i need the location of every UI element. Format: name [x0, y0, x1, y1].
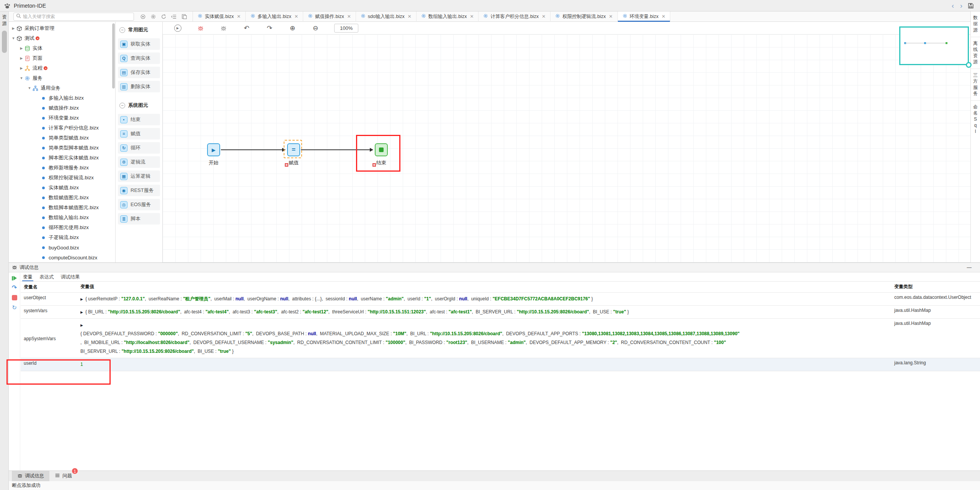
tree-item[interactable]: 数组输入输出.bizx	[9, 213, 115, 223]
collapse-icon[interactable]: −	[119, 27, 125, 33]
zoom-in-icon[interactable]: ⊕	[288, 24, 297, 32]
palette-item[interactable]: ▣ 获取实体	[118, 38, 160, 50]
palette-item[interactable]: ◉ REST服务	[118, 185, 160, 196]
debug-tab[interactable]: 表达式	[39, 273, 55, 281]
palette-group-header[interactable]: − 系统图元	[118, 100, 160, 111]
right-tab-0[interactable]: 数据源	[971, 11, 980, 37]
zoom-level[interactable]: 100%	[334, 24, 358, 33]
variable-row-userId[interactable]: userId 1 java.lang.String	[21, 358, 980, 371]
tree-item[interactable]: buyGood.bizx	[9, 243, 115, 252]
palette-item[interactable]: ⚙ 逻辑流	[118, 156, 160, 168]
tree-item[interactable]: 环境变量.bizx	[9, 113, 115, 123]
breakpoint-icon[interactable]	[285, 163, 288, 167]
tab-close-icon[interactable]: ✕	[662, 14, 665, 19]
nav-forward-icon[interactable]: ›	[957, 1, 965, 11]
debug-icon[interactable]	[196, 24, 205, 32]
tree-expander-icon[interactable]: ▶	[19, 46, 24, 50]
column-header-name[interactable]: 变量名	[21, 282, 78, 292]
tree-expander-icon[interactable]: ▼	[19, 76, 24, 80]
tree-expander-icon[interactable]: ▼	[11, 36, 16, 40]
tree-item[interactable]: ▶ 采购订单管理	[9, 23, 115, 33]
palette-item[interactable]: ◎ EOS服务	[118, 199, 160, 210]
tree-item[interactable]: ▼ 通用业务	[9, 83, 115, 93]
tree-item[interactable]: 数组脚本赋值图元.bizx	[9, 203, 115, 213]
tab-close-icon[interactable]: ✕	[542, 14, 546, 19]
tab-close-icon[interactable]: ✕	[294, 14, 298, 19]
debug-tab[interactable]: 调试结果	[60, 273, 81, 281]
tab-close-icon[interactable]: ✕	[237, 14, 241, 19]
bottom-tab-1[interactable]: 问题 1	[49, 471, 77, 481]
locate-icon[interactable]	[140, 14, 146, 20]
collapse-icon[interactable]: −	[119, 103, 125, 108]
resume-icon[interactable]	[12, 276, 17, 280]
variable-row-userObject[interactable]: userObject ▶{ userRemoteIP : "127.0.0.1"…	[21, 293, 980, 306]
editor-tab[interactable]: 实体赋值.bizx ✕	[193, 11, 246, 22]
variable-row-systemVars[interactable]: systemVars ▶{ BI_URL : "http://10.15.15.…	[21, 306, 980, 319]
tree-item[interactable]: 赋值操作.bizx	[9, 103, 115, 113]
tree-item[interactable]: ▼ 测试	[9, 33, 115, 43]
tree-item[interactable]: 简单类型脚本赋值.bizx	[9, 143, 115, 153]
flow-node-assign[interactable]: =	[287, 143, 300, 156]
undo-icon[interactable]: ↶	[242, 24, 251, 32]
build-gear-icon[interactable]	[150, 14, 156, 20]
tab-close-icon[interactable]: ✕	[408, 14, 412, 19]
sidebar-scrollbar[interactable]	[112, 23, 115, 88]
palette-item[interactable]: ↻ 循环	[118, 142, 160, 154]
palette-item[interactable]: = 赋值	[118, 128, 160, 139]
minimize-icon[interactable]: —	[967, 265, 972, 270]
run-icon[interactable]: ▶	[173, 24, 182, 32]
nav-back-icon[interactable]: ‹	[949, 1, 957, 11]
tree-expander-icon[interactable]: ▶	[19, 66, 24, 70]
column-header-type[interactable]: 变量类型	[893, 282, 980, 292]
palette-item[interactable]: ▪ 结束	[118, 114, 160, 125]
variable-row-appSystemVars[interactable]: appSystemVars ▶{ DEVOPS_DEFAULT_PASSWORD…	[21, 319, 980, 358]
palette-item[interactable]: ≣ 脚本	[118, 213, 160, 225]
tree-item[interactable]: ▼ 服务	[9, 73, 115, 83]
tree-item[interactable]: 多输入输出.bizx	[9, 93, 115, 103]
collapse-all-icon[interactable]	[171, 14, 177, 20]
tree-expander-icon[interactable]: ▼	[27, 86, 32, 90]
tree-item[interactable]: ▶ 实体	[9, 43, 115, 53]
tree-item[interactable]: computeDiscount.bizx	[9, 252, 115, 262]
tree-item[interactable]: 脚本图元实体赋值.bizx	[9, 153, 115, 163]
copy-icon[interactable]	[181, 14, 187, 20]
redo-icon[interactable]: ↷	[265, 24, 274, 32]
palette-item[interactable]: ▥ 删除实体	[118, 81, 160, 92]
bottom-tab-0[interactable]: 调试信息	[12, 471, 49, 481]
step-over-icon[interactable]: ↷	[12, 285, 17, 290]
resources-vertical-tab[interactable]: 资源	[0, 11, 9, 27]
search-input[interactable]	[23, 14, 131, 19]
tree-item[interactable]: 教师新增服务.bizx	[9, 163, 115, 173]
editor-tab[interactable]: 环境变量.bizx ✕	[618, 11, 671, 22]
palette-item[interactable]: ▦ 运算逻辑	[118, 170, 160, 182]
minimap-resize-handle[interactable]	[966, 62, 972, 68]
right-tab-3[interactable]: 命名Sql	[971, 101, 980, 138]
refresh-icon[interactable]	[161, 14, 167, 20]
save-icon[interactable]	[968, 3, 974, 9]
editor-tab[interactable]: sdo输入输出.bizx ✕	[356, 11, 416, 22]
canvas-grid[interactable]: ▶开始=赋值结束	[163, 34, 970, 262]
tree-item[interactable]: 权限控制逻辑流.bizx	[9, 173, 115, 183]
expand-icon[interactable]: ▶	[80, 323, 83, 327]
editor-tab[interactable]: 赋值操作.bizx ✕	[303, 11, 356, 22]
palette-item[interactable]: ▤ 保存实体	[118, 67, 160, 78]
expand-icon[interactable]: ▶	[80, 297, 83, 301]
tree-expander-icon[interactable]: ▶	[19, 56, 24, 60]
zoom-out-icon[interactable]: ⊖	[311, 24, 320, 32]
tab-close-icon[interactable]: ✕	[347, 14, 351, 19]
tree-item[interactable]: 计算客户积分信息.bizx	[9, 123, 115, 133]
minimap[interactable]	[899, 26, 969, 65]
editor-tab[interactable]: 数组输入输出.bizx ✕	[416, 11, 479, 22]
column-header-value[interactable]: 变量值	[78, 282, 893, 292]
tree-item[interactable]: 实体赋值.bizx	[9, 183, 115, 193]
tree-item[interactable]: 子逻辑流.bizx	[9, 233, 115, 243]
search-box[interactable]	[13, 13, 134, 21]
expand-icon[interactable]: ▶	[80, 310, 83, 314]
editor-tab[interactable]: 多输入输出.bizx ✕	[246, 11, 303, 22]
stop-icon[interactable]	[12, 295, 17, 300]
right-tab-2[interactable]: 三方服务	[971, 69, 980, 101]
tab-close-icon[interactable]: ✕	[470, 14, 474, 19]
tree-expander-icon[interactable]: ▶	[11, 26, 16, 30]
tree-item[interactable]: ▶ 流程	[9, 63, 115, 73]
edge-start-assign[interactable]	[221, 149, 285, 150]
